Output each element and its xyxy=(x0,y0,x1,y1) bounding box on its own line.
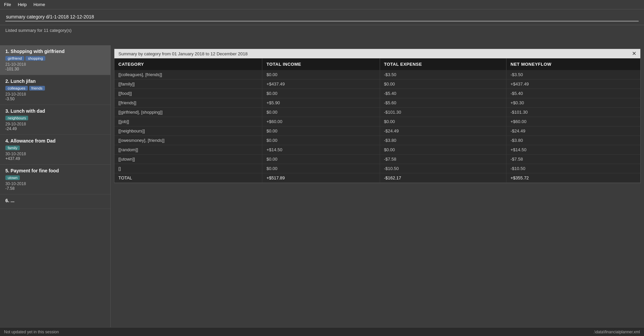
tag-container: girlfriendshopping xyxy=(5,56,105,61)
transaction-title: 4. Allowance from Dad xyxy=(5,138,105,144)
table-cell: -$5.40 xyxy=(380,89,506,98)
table-row: [[utown]]$0.00-$7.58-$7.58 xyxy=(114,155,640,164)
status-right: .\data\financialplanner.xml xyxy=(593,330,640,334)
transaction-date: 21-10-2018 xyxy=(5,62,105,67)
table-row: [[owesmoney], [friends]]$0.00-$3.80-$3.8… xyxy=(114,136,640,145)
table-cell: $0.00 xyxy=(262,126,380,136)
transaction-amount: -7.58 xyxy=(5,186,105,191)
summary-tbody: [[colleagues], [friends]]$0.00-$3.50-$3.… xyxy=(114,70,640,183)
tag: family xyxy=(5,146,20,150)
table-cell: -$7.58 xyxy=(506,155,640,164)
transaction-date: 30-10-2018 xyxy=(5,152,105,156)
table-row: [[colleagues], [friends]]$0.00-$3.50-$3.… xyxy=(114,70,640,79)
table-cell: $0.00 xyxy=(262,136,380,145)
table-cell: [[owesmoney], [friends]] xyxy=(114,136,262,145)
summary-title: Summary by category from 01 January 2018… xyxy=(118,51,248,56)
tag: shopping xyxy=(25,56,45,61)
main-content: 1. Shopping with girlfriendgirlfriendsho… xyxy=(0,45,644,327)
tag-container: utown xyxy=(5,175,105,180)
table-header-cell: NET MONEYFLOW xyxy=(506,58,640,70)
transaction-title: 1. Shopping with girlfriend xyxy=(5,49,105,54)
tag-container: colleaguesfriends xyxy=(5,86,105,91)
tag-container: family xyxy=(5,146,105,150)
table-row: [[friends]]+$5.90-$5.60+$0.30 xyxy=(114,98,640,108)
table-cell: +$14.50 xyxy=(262,145,380,155)
menu-home[interactable]: Home xyxy=(34,2,45,7)
table-cell: -$101.30 xyxy=(506,108,640,117)
transaction-list: 1. Shopping with girlfriendgirlfriendsho… xyxy=(0,45,111,327)
table-cell: -$3.50 xyxy=(506,70,640,79)
table-row: [[girlfriend], [shopping]]$0.00-$101.30-… xyxy=(114,108,640,117)
menu-help[interactable]: Help xyxy=(18,2,27,7)
table-row: []$0.00-$10.50-$10.50 xyxy=(114,164,640,173)
table-cell: -$3.80 xyxy=(380,136,506,145)
table-row: [[neighbours]]$0.00-$24.49-$24.49 xyxy=(114,126,640,136)
table-cell: -$5.40 xyxy=(506,89,640,98)
table-cell: [[colleagues], [friends]] xyxy=(114,70,262,79)
transaction-title: 5. Payment for fine food xyxy=(5,168,105,173)
table-cell: $0.00 xyxy=(380,145,506,155)
table-cell: [[friends]] xyxy=(114,98,262,108)
transaction-title: 2. Lunch jifan xyxy=(5,78,105,84)
tag: friends xyxy=(29,86,45,91)
transaction-amount: -101.30 xyxy=(5,67,105,71)
table-header-cell: TOTAL EXPENSE xyxy=(380,58,506,70)
table-cell: [[random]] xyxy=(114,145,262,155)
table-cell: [[girlfriend], [shopping]] xyxy=(114,108,262,117)
table-cell: -$101.30 xyxy=(380,108,506,117)
table-cell: [[neighbours]] xyxy=(114,126,262,136)
table-cell: +$14.50 xyxy=(506,145,640,155)
transaction-item[interactable]: 5. Payment for fine foodutown30-10-2018-… xyxy=(0,165,110,194)
table-cell: -$24.49 xyxy=(380,126,506,136)
table-cell: TOTAL xyxy=(114,173,262,183)
table-cell: $0.00 xyxy=(380,79,506,89)
table-cell: $0.00 xyxy=(262,70,380,79)
command-input[interactable] xyxy=(5,13,639,21)
transaction-item[interactable]: 4. Allowance from Dadfamily30-10-2018+43… xyxy=(0,135,110,165)
table-cell: $0.00 xyxy=(262,164,380,173)
transaction-amount: -3.50 xyxy=(5,97,105,101)
summary-panel: Summary by category from 01 January 2018… xyxy=(111,45,644,327)
transaction-amount: +437.49 xyxy=(5,156,105,161)
table-row: [[random]]+$14.50$0.00+$14.50 xyxy=(114,145,640,155)
transaction-amount: -24.49 xyxy=(5,126,105,131)
table-cell: -$5.60 xyxy=(380,98,506,108)
transaction-item[interactable]: 6. ... xyxy=(0,194,110,209)
transaction-date: 23-10-2018 xyxy=(5,92,105,97)
table-cell: [[food]] xyxy=(114,89,262,98)
table-cell: [] xyxy=(114,164,262,173)
table-cell: +$437.49 xyxy=(262,79,380,89)
table-cell: -$10.50 xyxy=(506,164,640,173)
table-cell: -$10.50 xyxy=(380,164,506,173)
table-cell: [[job]] xyxy=(114,117,262,126)
table-cell: +$60.00 xyxy=(262,117,380,126)
transaction-date: 30-10-2018 xyxy=(5,181,105,186)
tag: utown xyxy=(5,175,20,180)
table-row: TOTAL+$517.89-$162.17+$355.72 xyxy=(114,173,640,183)
table-cell: -$24.49 xyxy=(506,126,640,136)
tag: girlfriend xyxy=(5,56,24,61)
table-cell: -$162.17 xyxy=(380,173,506,183)
table-cell: -$7.58 xyxy=(380,155,506,164)
status-left: Not updated yet in this session xyxy=(4,330,59,334)
table-cell: $0.00 xyxy=(262,155,380,164)
table-cell: +$5.90 xyxy=(262,98,380,108)
close-button[interactable]: ✕ xyxy=(632,51,636,56)
table-cell: $0.00 xyxy=(262,89,380,98)
menu-file[interactable]: File xyxy=(4,2,11,7)
table-header-cell: CATEGORY xyxy=(114,58,262,70)
transaction-date: 29-10-2018 xyxy=(5,122,105,126)
tag: neighbours xyxy=(5,116,28,120)
transaction-item[interactable]: 1. Shopping with girlfriendgirlfriendsho… xyxy=(0,45,110,75)
transaction-item[interactable]: 3. Lunch with dadneighbours29-10-2018-24… xyxy=(0,105,110,135)
status-area: Listed summary for 11 category(s) xyxy=(0,25,644,45)
menu-bar: File Help Home xyxy=(0,0,644,9)
transaction-item[interactable]: 2. Lunch jifancolleaguesfriends23-10-201… xyxy=(0,75,110,105)
table-header-row: CATEGORYTOTAL INCOMETOTAL EXPENSENET MON… xyxy=(114,58,640,70)
table-cell: -$3.80 xyxy=(506,136,640,145)
status-bar: Not updated yet in this session .\data\f… xyxy=(0,327,644,336)
table-cell: -$3.50 xyxy=(380,70,506,79)
table-cell: +$0.30 xyxy=(506,98,640,108)
table-cell: +$437.49 xyxy=(506,79,640,89)
table-row: [[family]]+$437.49$0.00+$437.49 xyxy=(114,79,640,89)
